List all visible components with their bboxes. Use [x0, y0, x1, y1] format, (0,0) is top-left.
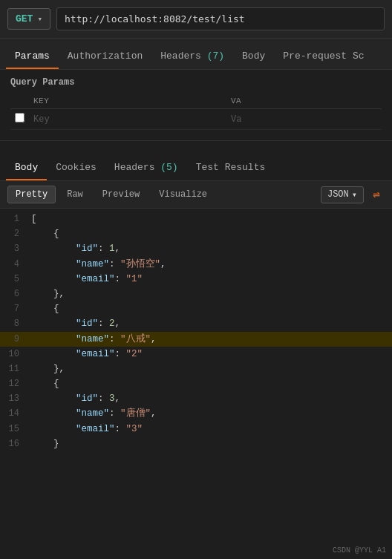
line-content: "id": 1,: [31, 241, 392, 256]
tab-resp-cookies-label: Cookies: [56, 162, 97, 173]
format-right-controls: JSON ▾ ⇌: [321, 186, 385, 203]
line-number: 6: [0, 287, 31, 301]
line-content: {: [31, 301, 392, 316]
line-number: 14: [0, 407, 31, 421]
line-content: "id": 3,: [31, 391, 392, 406]
code-line: 9 "name": "八戒",: [0, 332, 392, 347]
tab-body[interactable]: Body: [233, 45, 274, 69]
params-col-key: KEY: [29, 94, 226, 109]
fmt-tab-pretty-label: Pretty: [16, 189, 48, 200]
tab-body-label: Body: [242, 50, 265, 62]
line-number: 9: [0, 333, 31, 347]
method-select[interactable]: GET ▾: [7, 8, 50, 30]
query-params-section: Query Params KEY VA Key Va: [0, 70, 392, 130]
format-bar: Pretty Raw Preview Visualize JSON ▾ ⇌: [0, 181, 392, 209]
wrap-lines-icon[interactable]: ⇌: [368, 186, 385, 203]
tab-headers[interactable]: Headers (7): [151, 45, 233, 69]
params-row-checkbox[interactable]: [10, 109, 29, 130]
tab-params-label: Params: [15, 50, 50, 62]
code-line: 13 "id": 3,: [0, 391, 392, 406]
line-content: "email": "2": [31, 347, 392, 362]
params-col-value: VA: [226, 94, 382, 109]
fmt-tab-preview[interactable]: Preview: [94, 186, 148, 203]
tab-resp-testresults-label: Test Results: [196, 162, 266, 173]
tab-params[interactable]: Params: [6, 45, 59, 69]
line-number: 8: [0, 317, 31, 331]
watermark: CSDN @YYL A1: [333, 546, 386, 555]
line-number: 3: [0, 242, 31, 256]
line-content: "name": "八戒",: [31, 332, 392, 347]
line-number: 16: [0, 437, 31, 451]
params-value-cell[interactable]: Va: [226, 109, 382, 130]
url-input[interactable]: [56, 7, 385, 30]
method-label: GET: [16, 13, 33, 24]
tab-resp-testresults[interactable]: Test Results: [187, 156, 275, 180]
line-number: 10: [0, 347, 31, 362]
code-line: 2 {: [0, 226, 392, 241]
code-line: 6 },: [0, 287, 392, 301]
code-line: 7 {: [0, 301, 392, 316]
tab-resp-cookies[interactable]: Cookies: [47, 156, 105, 180]
fmt-tab-visualize[interactable]: Visualize: [151, 186, 215, 203]
code-line: 11 },: [0, 362, 392, 376]
line-content: "name": "唐僧",: [31, 406, 392, 421]
code-line: 3 "id": 1,: [0, 241, 392, 256]
line-content: }: [31, 437, 392, 451]
line-content: {: [31, 376, 392, 391]
params-checkbox-input[interactable]: [15, 113, 24, 122]
line-content: "email": "1": [31, 272, 392, 287]
fmt-tab-pretty[interactable]: Pretty: [7, 186, 56, 203]
code-area: 1[2 {3 "id": 1,4 "name": "孙悟空",5 "email"…: [0, 209, 392, 454]
json-format-label: JSON: [327, 189, 349, 200]
fmt-tab-raw[interactable]: Raw: [59, 186, 91, 203]
line-content: },: [31, 287, 392, 301]
code-line: 16 }: [0, 437, 392, 451]
code-line: 1[: [0, 212, 392, 226]
query-params-title: Query Params: [10, 77, 382, 88]
code-line: 14 "name": "唐僧",: [0, 406, 392, 421]
response-tabs: Body Cookies Headers (5) Test Results: [0, 150, 392, 181]
tab-resp-body[interactable]: Body: [6, 156, 47, 180]
params-col-checkbox: [10, 94, 29, 109]
tab-headers-label: Headers: [160, 50, 206, 62]
params-row-empty: Key Va: [10, 109, 382, 130]
line-number: 2: [0, 227, 31, 241]
line-content: "id": 2,: [31, 316, 392, 331]
fmt-tab-visualize-label: Visualize: [159, 189, 207, 200]
top-bar: GET ▾: [0, 0, 392, 39]
code-line: 15 "email": "3": [0, 422, 392, 437]
tab-headers-badge: (7): [207, 50, 224, 62]
params-key-cell[interactable]: Key: [29, 109, 226, 130]
params-table: KEY VA Key Va: [10, 94, 382, 130]
code-line: 4 "name": "孙悟空",: [0, 257, 392, 272]
chevron-down-icon: ▾: [37, 14, 42, 24]
fmt-tab-preview-label: Preview: [102, 189, 140, 200]
line-number: 5: [0, 272, 31, 287]
line-content: },: [31, 362, 392, 376]
code-line: 8 "id": 2,: [0, 316, 392, 331]
tab-prerequest-label: Pre-request Sc: [283, 50, 364, 62]
line-number: 15: [0, 422, 31, 437]
tab-prerequest[interactable]: Pre-request Sc: [274, 45, 373, 69]
line-number: 12: [0, 377, 31, 391]
line-number: 13: [0, 392, 31, 406]
json-format-select[interactable]: JSON ▾: [321, 186, 364, 203]
tab-resp-headers-label: Headers: [114, 162, 160, 173]
tab-resp-headers[interactable]: Headers (5): [105, 156, 187, 180]
chevron-down-icon: ▾: [352, 189, 357, 200]
code-line: 12 {: [0, 376, 392, 391]
line-number: 4: [0, 258, 31, 272]
code-line: 5 "email": "1": [0, 272, 392, 287]
line-content: [: [31, 212, 392, 226]
line-content: "name": "孙悟空",: [31, 257, 392, 272]
spacer: [0, 141, 392, 150]
code-line: 10 "email": "2": [0, 347, 392, 362]
line-content: {: [31, 226, 392, 241]
tab-resp-headers-badge: (5): [160, 162, 177, 173]
line-number: 7: [0, 302, 31, 316]
line-number: 1: [0, 212, 31, 226]
tab-resp-body-label: Body: [15, 162, 38, 173]
line-content: "email": "3": [31, 422, 392, 437]
tab-authorization[interactable]: Authorization: [59, 45, 151, 69]
tab-authorization-label: Authorization: [68, 50, 143, 62]
